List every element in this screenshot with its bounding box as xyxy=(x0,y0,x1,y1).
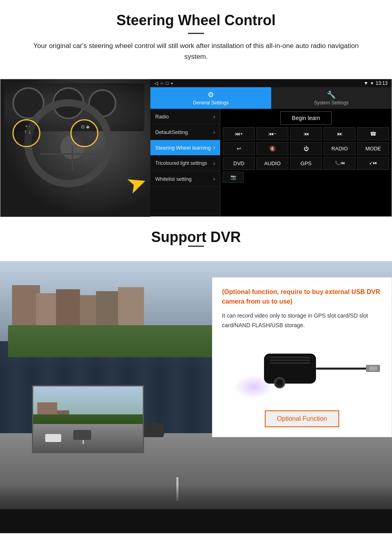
spoke-top xyxy=(72,146,73,170)
android-content: Radio › DefaultSetting › Steering Wheel … xyxy=(150,109,392,216)
menu-default-label: DefaultSetting xyxy=(155,129,188,135)
dvr-title-area: Support DVR xyxy=(0,217,392,261)
android-panel: ◁ ○ □ ▪ ▼ ▾ 13:13 ⚙ General Settings 🔧 S… xyxy=(150,79,392,216)
dvr-title: Support DVR xyxy=(0,229,392,246)
ctrl-camera[interactable]: 📷 xyxy=(223,172,244,183)
lens-inner xyxy=(277,380,282,386)
ctrl-power[interactable]: ⏻ xyxy=(290,142,322,155)
ui-screenshot-area: + - ↑ ↓ ⊙ ◈ ➤ ◁ ○ □ ▪ ▼ ▾ 13:13 ⚙ Genera… xyxy=(0,79,392,217)
ctrl-mode[interactable]: MODE xyxy=(357,142,389,155)
highlight-circle-right xyxy=(70,119,98,147)
camera-lens xyxy=(274,377,285,388)
vent-2 xyxy=(270,360,310,361)
chevron-icon: › xyxy=(213,144,215,151)
ctrl-radio-btn[interactable]: RADIO xyxy=(324,142,356,155)
menu-item-radio[interactable]: Radio › xyxy=(150,109,220,124)
tab-system[interactable]: 🔧 System Settings xyxy=(271,87,392,109)
dvr-optional-text: (Optional function, require to buy exter… xyxy=(222,287,382,306)
ctrl-panel: Begin learn ⏮+ ⏮− ⏮ ⏭ ☎ ↩ 🔇 ⏻ RADIO MODE xyxy=(220,109,392,216)
optional-function-area: Optional Function xyxy=(222,407,382,427)
signal-icon: ▼ xyxy=(364,80,368,86)
ctrl-vol-down[interactable]: ⏮− xyxy=(256,127,288,140)
tab-general-label: General Settings xyxy=(193,100,228,106)
camera-group xyxy=(264,354,316,384)
chevron-icon: › xyxy=(213,129,215,135)
begin-learn-row: Begin learn xyxy=(223,111,389,125)
dvr-info-card: (Optional function, require to buy exter… xyxy=(212,277,392,437)
vent-1 xyxy=(270,357,310,358)
menu-item-tricoloured[interactable]: Tricoloured light settings › xyxy=(150,156,220,171)
menu-list: Radio › DefaultSetting › Steering Wheel … xyxy=(150,109,220,216)
usb-connector xyxy=(366,365,380,372)
ctrl-dvd[interactable]: DVD xyxy=(223,157,255,170)
status-time: 13:13 xyxy=(376,80,388,86)
android-statusbar: ◁ ○ □ ▪ ▼ ▾ 13:13 xyxy=(150,79,392,87)
menu-tricoloured-label: Tricoloured light settings xyxy=(155,160,207,166)
nav-menu-icon: ▪ xyxy=(171,80,173,86)
page-title: Steering Wheel Control xyxy=(16,12,376,29)
steering-description: Your original car's steering wheel contr… xyxy=(24,40,368,62)
ctrl-hangup[interactable]: ↩ xyxy=(223,142,255,155)
preview-car-2 xyxy=(45,434,61,442)
dvr-divider xyxy=(188,246,204,247)
nav-home-icon: ○ xyxy=(160,80,163,86)
menu-radio-label: Radio xyxy=(155,114,169,120)
dvr-camera-illustration xyxy=(222,337,382,401)
spoke-right xyxy=(73,153,104,155)
menu-item-default[interactable]: DefaultSetting › xyxy=(150,124,220,140)
steering-section: Steering Wheel Control Your original car… xyxy=(0,0,392,79)
dvr-background: (Optional function, require to buy exter… xyxy=(0,261,392,533)
ctrl-prev[interactable]: ⏮ xyxy=(290,127,322,140)
usb-inner xyxy=(369,366,377,370)
wheel-buttons-left: + - ↑ ↓ xyxy=(16,124,40,135)
ctrl-phone-next[interactable]: ↙⏭ xyxy=(357,157,389,170)
nav-recent-icon: □ xyxy=(166,80,168,86)
ctrl-row1: ⏮+ ⏮− ⏮ ⏭ ☎ xyxy=(223,127,389,140)
ctrl-gps[interactable]: GPS xyxy=(290,157,322,170)
title-divider xyxy=(188,33,204,34)
gear-icon: ⚙ xyxy=(208,90,214,99)
tab-general[interactable]: ⚙ General Settings xyxy=(150,87,271,109)
dvr-section: Support DVR xyxy=(0,217,392,533)
begin-learn-button[interactable]: Begin learn xyxy=(280,111,332,125)
dashboard-bottom xyxy=(0,509,392,533)
menu-whitelist-label: Whitelist setting xyxy=(155,176,192,182)
settings-icon: 🔧 xyxy=(327,90,336,99)
tab-system-label: System Settings xyxy=(314,100,349,106)
wheel-buttons-right: ⊙ ◈ xyxy=(73,124,97,130)
preview-car xyxy=(73,430,91,440)
steering-photo: + - ↑ ↓ ⊙ ◈ ➤ xyxy=(0,79,150,217)
ctrl-audio[interactable]: AUDIO xyxy=(256,157,288,170)
optional-function-button[interactable]: Optional Function xyxy=(265,410,339,427)
chevron-icon: › xyxy=(213,160,215,166)
dvr-description: It can record video only to storage in G… xyxy=(222,311,382,330)
ctrl-row3: DVD AUDIO GPS 📞⏮ ↙⏭ xyxy=(223,157,389,170)
ctrl-next[interactable]: ⏭ xyxy=(324,127,356,140)
ctrl-phone[interactable]: ☎ xyxy=(357,127,389,140)
camera-main-body xyxy=(264,354,316,384)
chevron-icon: › xyxy=(213,113,215,120)
ctrl-row2: ↩ 🔇 ⏻ RADIO MODE xyxy=(223,142,389,155)
ctrl-vol-up[interactable]: ⏮+ xyxy=(223,127,255,140)
ctrl-mute[interactable]: 🔇 xyxy=(256,142,288,155)
menu-item-whitelist[interactable]: Whitelist setting › xyxy=(150,171,220,187)
ctrl-last-row: 📷 xyxy=(223,172,389,183)
android-tabs[interactable]: ⚙ General Settings 🔧 System Settings xyxy=(150,87,392,109)
menu-item-steering[interactable]: Steering Wheel learning › xyxy=(150,140,220,156)
spoke-left xyxy=(40,153,72,155)
menu-steering-label: Steering Wheel learning xyxy=(155,145,211,151)
dvr-preview-screen xyxy=(32,385,144,453)
vent-3 xyxy=(270,362,310,364)
nav-back-icon: ◁ xyxy=(154,80,158,86)
wifi-icon: ▾ xyxy=(371,80,373,86)
chevron-icon: › xyxy=(213,176,215,182)
ctrl-phone-prev[interactable]: 📞⏮ xyxy=(324,157,356,170)
usb-cable xyxy=(316,368,368,370)
